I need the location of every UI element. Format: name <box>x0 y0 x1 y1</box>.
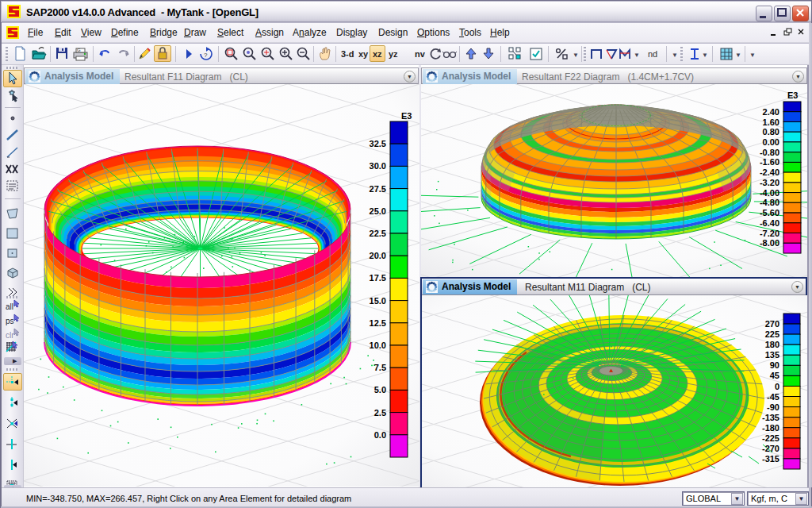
svg-text:0.0: 0.0 <box>374 430 386 440</box>
svg-text:-180: -180 <box>762 423 779 433</box>
svg-text:7.5: 7.5 <box>374 363 386 372</box>
svg-text:clr: clr <box>6 331 14 340</box>
svg-text:32.5: 32.5 <box>370 139 386 148</box>
svg-text:0.00: 0.00 <box>763 137 779 147</box>
svg-text:all: all <box>6 302 13 311</box>
svg-text:-2.40: -2.40 <box>760 167 779 177</box>
svg-text:10.0: 10.0 <box>370 341 386 350</box>
svg-text:90: 90 <box>770 360 779 370</box>
svg-text:0: 0 <box>775 382 779 391</box>
svg-text:-0.80: -0.80 <box>760 148 779 157</box>
svg-text:-4.80: -4.80 <box>760 198 779 207</box>
svg-text:-225: -225 <box>762 433 779 443</box>
svg-text:2.40: 2.40 <box>763 107 779 117</box>
svg-text:-3.20: -3.20 <box>760 178 779 187</box>
svg-text:12.5: 12.5 <box>370 318 386 328</box>
svg-text:0.80: 0.80 <box>763 127 779 137</box>
svg-text:135: 135 <box>765 350 779 360</box>
svg-text:22.5: 22.5 <box>370 229 386 238</box>
svg-text:20.0: 20.0 <box>370 251 386 260</box>
svg-text:5.0: 5.0 <box>374 385 386 394</box>
svg-text:-270: -270 <box>762 444 779 453</box>
svg-text:-4.00: -4.00 <box>760 188 779 198</box>
svg-text:45: 45 <box>770 371 779 380</box>
svg-text:180: 180 <box>765 340 779 349</box>
svg-text:1.60: 1.60 <box>763 117 779 127</box>
svg-text:25.0: 25.0 <box>370 206 386 216</box>
svg-text:225: 225 <box>765 329 779 339</box>
svg-text:27.5: 27.5 <box>370 184 386 194</box>
svg-text:E3: E3 <box>401 111 412 121</box>
svg-text:15.0: 15.0 <box>370 296 386 306</box>
svg-text:-5.60: -5.60 <box>760 208 779 217</box>
svg-text:-6.40: -6.40 <box>760 218 779 228</box>
svg-text:-8.00: -8.00 <box>760 238 779 248</box>
svg-text:ps: ps <box>6 317 14 325</box>
svg-text:-135: -135 <box>762 413 779 422</box>
svg-text:G: G <box>77 48 81 52</box>
svg-text:-45: -45 <box>767 392 779 402</box>
svg-text:30.0: 30.0 <box>370 161 386 171</box>
svg-text:-7.20: -7.20 <box>760 229 779 238</box>
svg-text:270: 270 <box>765 319 779 329</box>
svg-text:?: ? <box>204 52 208 59</box>
svg-text:2.5: 2.5 <box>374 408 386 418</box>
svg-text:-90: -90 <box>767 402 779 412</box>
svg-text:E3: E3 <box>787 90 798 100</box>
svg-text:-315: -315 <box>762 454 779 464</box>
svg-text:-1.60: -1.60 <box>760 157 779 167</box>
svg-text:17.5: 17.5 <box>370 273 386 283</box>
